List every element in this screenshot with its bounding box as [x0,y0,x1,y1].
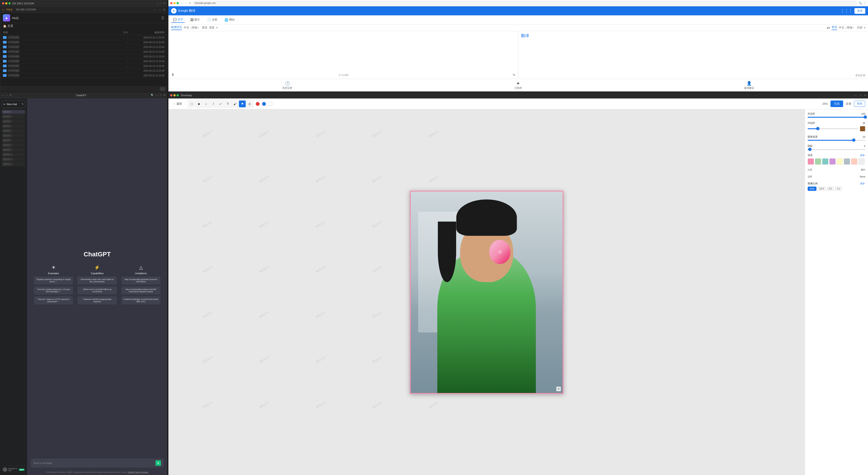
chatgpt-col-item[interactable]: Allows user to provide follow-up correct… [78,286,117,295]
translate-src-english[interactable]: 英语 [202,26,207,30]
chatgpt-sidebar-item[interactable]: 历史对话 8 [2,143,25,147]
fm-table-row[interactable]: 文件夹名称 - 2023-05-23 12:33:38 [0,68,167,73]
ie-tool-stamp[interactable]: ⎙ [246,101,253,107]
translate-src-chevron[interactable]: ▾ [216,27,217,29]
translate-output-send[interactable]: 发送反馈 [521,74,865,77]
chatgpt-sidebar-item[interactable]: 历史对话 1 [2,110,25,114]
translate-grid-icon[interactable]: ⋮⋮⋮ [840,8,852,13]
ie-inner-margin-thumb[interactable] [816,127,819,130]
ie-outer-margin-thumb[interactable] [864,115,867,118]
chatgpt-forward-btn[interactable]: → [6,94,8,97]
translate-more-icon[interactable]: ⋮ [864,2,866,5]
chatgpt-disclaimer-link[interactable]: ChatGPT May 24 Version [128,471,148,473]
translate-tgt-chinese[interactable]: 中文（简体） [839,26,855,30]
ie-title-expand[interactable]: ⤢ [860,94,862,97]
translate-url-bar[interactable]: translate.google.com [193,1,857,5]
chatgpt-sidebar-item[interactable]: 历史对话 6 [2,134,25,138]
ie-inner-color-swatch[interactable] [860,126,865,131]
fm-minimize-btn[interactable]: — [156,2,159,5]
translate-back-btn[interactable]: ← [181,2,183,5]
ie-title-close[interactable]: ✕ [864,94,866,97]
fm-table-row[interactable]: 文件夹名称 - 2023-05-23 12:33:39 [0,35,167,40]
fm-table-row[interactable]: 文件夹名称 - 2023-05-23 12:33:39 [0,40,167,45]
ie-bg-color-7[interactable] [858,158,865,165]
chatgpt-close-btn[interactable]: ✕ [163,94,165,97]
ie-bg-more-btn[interactable]: 更多› [860,154,865,157]
ie-title-minimize[interactable]: — [854,94,857,97]
chatgpt-sidebar-item[interactable]: 历史对话 3 [2,119,25,124]
translate-mode-tab-文字[interactable]: 💬文字 [171,17,185,23]
ie-login-btn[interactable]: 登录 [854,101,865,107]
translate-refresh-btn[interactable]: ↺ [189,2,191,5]
ie-tool-paint[interactable]: 🖌 [232,101,239,107]
chatgpt-upgrade-text[interactable]: Upgrade to Plus [8,468,18,472]
chatgpt-col-item[interactable]: Remembers what user said earlier in the … [78,276,117,284]
chatgpt-send-btn[interactable]: ➤ [156,460,161,466]
ie-bg-color-6[interactable] [851,158,857,165]
fm-table-row[interactable]: 文件夹名称 - 2023-05-23 12:33:38 [0,49,167,54]
chatgpt-col-item[interactable]: "Got any creative ideas for a 10 year ol… [34,286,73,295]
chatgpt-new-chat-btn[interactable]: + New chat ✎ [2,100,25,108]
ie-bg-color-4[interactable] [837,158,843,165]
fm-nav-forward[interactable]: → [158,8,161,11]
ie-corner-handle[interactable]: ⊞ [556,387,561,391]
chatgpt-col-item[interactable]: "How do I make an HTTP request in Javasc… [34,296,73,304]
chatgpt-col-item[interactable]: May occasionally produce harmful instruc… [121,286,160,295]
ie-bg-color-0[interactable] [808,158,814,165]
chatgpt-sidebar-item[interactable]: 历史对话 7 [2,138,25,142]
ie-bg-color-3[interactable] [829,158,836,165]
chatgpt-sidebar-item[interactable]: 历史对话 9 [2,148,25,152]
ie-tool-pen[interactable]: / [210,101,217,107]
chatgpt-col-item[interactable]: "Explain quantum computing in simple ter… [34,276,73,284]
translate-maximize-dot[interactable] [177,2,179,4]
fm-maximize-btn[interactable]: □ [160,2,162,5]
fm-table-row[interactable]: 文件夹名称 - 2023-05-23 12:33:38 [0,73,167,78]
ie-tool-text[interactable]: T [224,101,231,107]
ie-tool-check[interactable]: ✓ [217,101,224,107]
translate-forward-btn[interactable]: → [185,2,187,5]
ie-ratio-btn-1:1[interactable]: 1:1 [835,186,842,191]
ie-colorpen-swatch[interactable] [262,102,266,106]
translate-history-btn[interactable]: 🕐 历史记录 [282,81,292,90]
chatgpt-back-btn[interactable]: ← [2,94,4,97]
fm-table-row[interactable]: 文件夹名称 - 2023-05-23 12:33:40 [0,64,167,68]
chatgpt-edit-icon[interactable]: ✎ [22,103,24,106]
translate-tgt-japanese[interactable]: 日语 [857,26,862,30]
ie-feedback-btn[interactable]: 反馈 [846,102,851,106]
ie-white-swatch[interactable] [268,102,273,106]
fm-table-row[interactable]: 文件夹名称 - 2023-05-23 12:33:39 [0,54,167,59]
fm-more-btn[interactable]: ··· [160,87,165,91]
fm-close-btn[interactable]: ✕ [163,2,165,5]
chatgpt-minimize-btn[interactable]: — [156,94,158,97]
ie-tool-filled-rect[interactable]: ■ [195,101,202,107]
translate-login-btn[interactable]: 登录 [855,8,865,14]
translate-close-dot[interactable] [170,2,173,4]
chatgpt-maximize-btn[interactable]: □ [160,94,162,97]
translate-saved-btn[interactable]: ★ 已保存 [515,81,522,90]
translate-mic-icon[interactable]: 🎙 [171,73,175,77]
ie-border-radius-track[interactable] [808,140,865,141]
fm-table-row[interactable]: 文件夹名称 - 2023-05-23 12:33:40 [0,45,167,49]
ie-shadow-track[interactable] [808,149,865,150]
chatgpt-sidebar-item[interactable]: 历史对话 2 [2,114,25,119]
ie-ratio-btn-Auto[interactable]: Auto [808,186,816,191]
ie-minimize-dot[interactable] [174,94,176,96]
ie-shadow-thumb[interactable] [808,148,811,151]
translate-mode-tab-图片[interactable]: 🖼图片 [188,17,202,23]
translate-mode-tab-网站[interactable]: 🌐网站 [223,17,237,23]
translate-detect-lang[interactable]: 检测语言 [171,25,182,30]
translate-tgt-english[interactable]: 英语 [832,25,837,30]
translate-swap-btn[interactable]: ⇄ [827,26,830,30]
translate-pencil-icon[interactable]: ✎ [513,73,515,77]
fm-nav-back[interactable]: ← [154,8,157,11]
chatgpt-sidebar-item[interactable]: 历史对话 11 [2,157,25,162]
chatgpt-zoom-icon[interactable]: 🔍 [151,94,154,97]
translate-minimize-dot[interactable] [174,2,176,4]
ie-ratio-btn-4:3[interactable]: 4:3 [827,186,834,191]
ie-close-dot[interactable] [170,94,173,96]
chatgpt-sidebar-item[interactable]: 历史对话 5 [2,129,25,133]
translate-zoom-icon[interactable]: 🔍 [859,2,862,5]
ie-tool-circle[interactable]: ○ [203,101,210,107]
translate-input[interactable] [171,33,515,73]
ie-bg-color-2[interactable] [822,158,829,165]
